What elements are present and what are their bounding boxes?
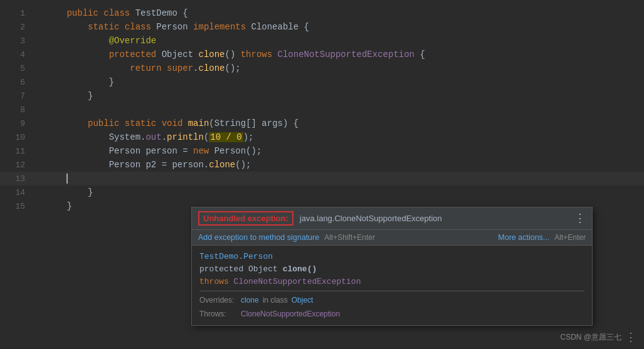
error-popup: Unhandled exception: java.lang.CloneNotS… (191, 207, 593, 326)
meta-throws: Throws: CloneNotSupportedException (199, 308, 584, 320)
watermark-menu-icon[interactable]: ⋮ (625, 330, 636, 344)
error-value: java.lang.CloneNotSupportedException (300, 214, 442, 223)
popup-doc: TestDemo.Person protected Object clone()… (192, 246, 592, 325)
add-exception-action[interactable]: Add exception to method signature (198, 233, 319, 242)
meta-overrides: Overrides: clone in class Object (199, 294, 584, 306)
code-line-12: 12 Person p2 = person.clone(); (0, 158, 644, 172)
error-label: Unhandled exception: (203, 214, 288, 223)
popup-actions: Add exception to method signature Alt+Sh… (192, 230, 592, 246)
error-box: Unhandled exception: (198, 211, 293, 226)
more-actions-link[interactable]: More actions... (498, 233, 549, 242)
code-line-14: 14 } (0, 185, 644, 199)
doc-line2: protected Object clone() (199, 263, 584, 276)
code-line-6: 6 } (0, 75, 644, 89)
watermark-text: CSDN @意愿三七 (560, 332, 621, 343)
action1-shortcut: Alt+Shift+Enter (324, 233, 375, 242)
doc-line3: throws CloneNotSupportedException (199, 276, 584, 288)
doc-line1: TestDemo.Person (199, 251, 584, 263)
action2-shortcut: Alt+Enter (554, 233, 586, 242)
code-editor: 1 public class TestDemo { 2 static class… (0, 0, 644, 349)
watermark: CSDN @意愿三七 ⋮ (560, 330, 636, 344)
popup-header: Unhandled exception: java.lang.CloneNotS… (192, 207, 592, 230)
popup-more-icon[interactable]: ⋮ (574, 213, 586, 224)
